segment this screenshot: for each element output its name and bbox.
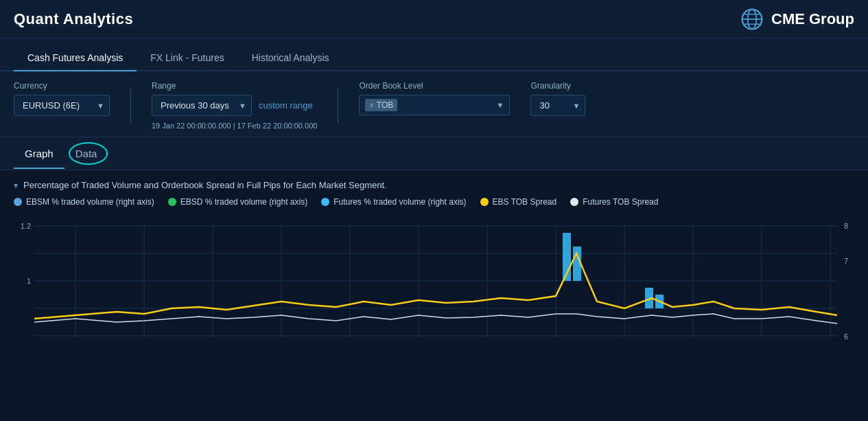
range-row: Previous 30 days Previous 7 days Previou… bbox=[152, 95, 317, 116]
svg-text:7: 7 bbox=[844, 257, 848, 265]
legend-futures-tob: Futures TOB Spread bbox=[570, 197, 658, 207]
app-title: Quant Analytics bbox=[14, 10, 133, 28]
svg-text:1.2: 1.2 bbox=[21, 222, 31, 230]
chart-title-row: ▾ Percentage of Traded Volume and Orderb… bbox=[14, 180, 854, 190]
chart-area: ▾ Percentage of Traded Volume and Orderb… bbox=[0, 170, 868, 343]
range-select-wrapper: Previous 30 days Previous 7 days Previou… bbox=[152, 95, 252, 116]
chart-container: 1.2 1 8 7 6 bbox=[14, 212, 854, 343]
granularity-select-wrapper: 30 60 120 ▼ bbox=[530, 95, 585, 116]
legend-futures-tob-label: Futures TOB Spread bbox=[583, 197, 658, 207]
order-book-chevron-icon: ▼ bbox=[497, 101, 504, 109]
legend-ebsd-dot bbox=[168, 198, 176, 206]
svg-text:8: 8 bbox=[844, 222, 848, 230]
order-book-select-wrapper[interactable]: × TOB ▼ bbox=[359, 95, 510, 115]
controls-bar: Currency EURUSD (6E) GBPUSD (6B) JPYUSD … bbox=[0, 71, 868, 137]
svg-rect-5 bbox=[14, 212, 854, 343]
svg-text:6: 6 bbox=[844, 332, 848, 341]
custom-range-link[interactable]: custom range bbox=[259, 100, 313, 111]
currency-select-wrapper: EURUSD (6E) GBPUSD (6B) JPYUSD (6J) ▼ bbox=[14, 95, 110, 116]
order-book-control: Order Book Level × TOB ▼ bbox=[359, 81, 510, 115]
legend-futures-dot bbox=[321, 198, 329, 206]
tab-historical[interactable]: Historical Analysis bbox=[238, 45, 343, 71]
cme-group-label: CME Group bbox=[771, 10, 854, 28]
order-book-label: Order Book Level bbox=[359, 81, 510, 91]
range-select[interactable]: Previous 30 days Previous 7 days Previou… bbox=[152, 95, 252, 116]
legend-ebs-tob-label: EBS TOB Spread bbox=[493, 197, 557, 207]
range-label: Range bbox=[152, 81, 317, 91]
header: Quant Analytics CME Group bbox=[0, 0, 868, 38]
granularity-control: Granularity 30 60 120 ▼ bbox=[530, 81, 585, 116]
main-tab-bar: Cash Futures Analysis FX Link - Futures … bbox=[0, 38, 868, 71]
tob-x-icon[interactable]: × bbox=[369, 101, 373, 109]
granularity-label: Granularity bbox=[530, 81, 585, 91]
legend-futures: Futures % traded volume (right axis) bbox=[321, 197, 466, 207]
granularity-select[interactable]: 30 60 120 bbox=[530, 95, 585, 116]
divider-1 bbox=[130, 89, 131, 123]
legend-ebsm: EBSM % traded volume (right axis) bbox=[14, 197, 154, 207]
globe-icon bbox=[740, 7, 764, 32]
legend-ebsm-dot bbox=[14, 198, 22, 206]
tab-graph[interactable]: Graph bbox=[14, 139, 64, 169]
tob-label: TOB bbox=[377, 100, 393, 110]
legend-futures-label: Futures % traded volume (right axis) bbox=[333, 197, 466, 207]
date-range-text: 19 Jan 22 00:00:00.000 | 17 Feb 22 20:00… bbox=[152, 122, 317, 130]
legend-row: EBSM % traded volume (right axis) EBSD %… bbox=[14, 197, 854, 207]
legend-ebsd: EBSD % traded volume (right axis) bbox=[168, 197, 307, 207]
collapse-icon[interactable]: ▾ bbox=[14, 181, 18, 190]
chart-title: Percentage of Traded Volume and Orderboo… bbox=[23, 180, 387, 190]
cme-group-logo: CME Group bbox=[740, 7, 854, 32]
legend-futures-tob-dot bbox=[570, 198, 578, 206]
tab-data[interactable]: Data bbox=[64, 139, 108, 169]
legend-ebs-tob: EBS TOB Spread bbox=[480, 197, 557, 207]
currency-select[interactable]: EURUSD (6E) GBPUSD (6B) JPYUSD (6J) bbox=[14, 95, 110, 116]
legend-ebsd-label: EBSD % traded volume (right axis) bbox=[180, 197, 307, 207]
currency-control: Currency EURUSD (6E) GBPUSD (6B) JPYUSD … bbox=[14, 81, 110, 116]
chart-svg: 1.2 1 8 7 6 bbox=[14, 212, 854, 343]
tob-tag: × TOB bbox=[365, 99, 397, 111]
tab-fx-link[interactable]: FX Link - Futures bbox=[137, 45, 237, 71]
legend-ebs-tob-dot bbox=[480, 198, 489, 206]
currency-label: Currency bbox=[14, 81, 110, 91]
view-tab-bar: Graph Data bbox=[0, 137, 868, 170]
divider-2 bbox=[338, 89, 338, 123]
range-control: Range Previous 30 days Previous 7 days P… bbox=[152, 81, 317, 130]
legend-ebsm-label: EBSM % traded volume (right axis) bbox=[26, 197, 154, 207]
svg-text:1: 1 bbox=[27, 277, 31, 285]
tab-cash-futures[interactable]: Cash Futures Analysis bbox=[14, 45, 137, 71]
